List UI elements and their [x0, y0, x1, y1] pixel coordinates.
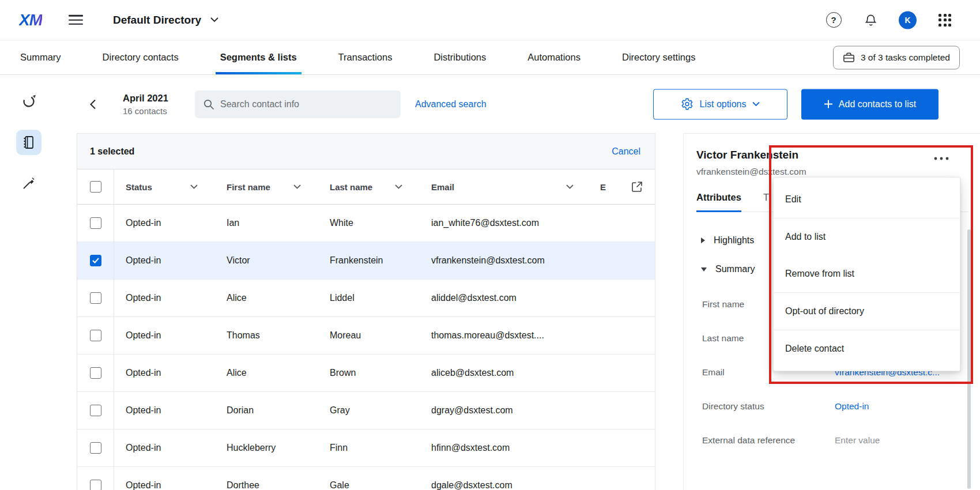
field-directory-status: Directory status Opted-in	[702, 389, 980, 423]
hamburger-menu-icon[interactable]	[69, 12, 83, 28]
cell-last-name: Gray	[318, 392, 420, 429]
menu-item-delete-contact[interactable]: Delete contact	[774, 330, 960, 367]
back-button[interactable]	[86, 96, 99, 112]
cell-last-name: Finn	[318, 429, 420, 466]
select-all-checkbox[interactable]	[90, 181, 101, 193]
column-header-external[interactable]: E	[591, 169, 619, 204]
cell-first-name: Alice	[215, 280, 318, 316]
advanced-search-link[interactable]: Advanced search	[415, 99, 487, 110]
chevron-down-icon	[210, 17, 218, 22]
table-row[interactable]: Opted-in Alice Liddel aliddel@dsxtest.co…	[77, 280, 655, 317]
column-header-email[interactable]: Email	[420, 169, 591, 204]
tab-distributions[interactable]: Distributions	[434, 40, 486, 74]
cell-status: Opted-in	[114, 467, 215, 490]
cell-last-name: Liddel	[318, 280, 420, 316]
contact-count: 16 contacts	[123, 106, 168, 116]
row-checkbox[interactable]	[90, 442, 101, 454]
sidebar-item-contacts[interactable]	[16, 130, 42, 155]
cell-status: Opted-in	[114, 429, 215, 466]
tab-directory-contacts[interactable]: Directory contacts	[103, 40, 179, 74]
cell-first-name: Ian	[215, 205, 318, 242]
summary-label: Summary	[715, 264, 755, 274]
table-row[interactable]: Opted-in Huckleberry Finn hfinn@dsxtest.…	[77, 429, 655, 467]
column-header-status[interactable]: Status	[114, 169, 215, 204]
highlights-label: Highlights	[714, 235, 754, 246]
column-header-last-name[interactable]: Last name	[318, 169, 420, 204]
cell-last-name: White	[318, 205, 420, 242]
cancel-selection-link[interactable]: Cancel	[612, 146, 640, 157]
cell-email: ian_white76@dsxtest.com	[420, 205, 591, 242]
tasks-completed-label: 3 of 3 tasks completed	[861, 52, 950, 63]
chevron-down-icon	[190, 184, 198, 189]
contact-actions-button[interactable]	[930, 153, 952, 164]
row-checkbox[interactable]	[90, 330, 101, 341]
list-options-button[interactable]: List options	[653, 89, 787, 119]
tab-directory-settings[interactable]: Directory settings	[622, 40, 695, 74]
contact-search[interactable]	[195, 91, 401, 118]
cell-first-name: Huckleberry	[215, 429, 318, 466]
table-row[interactable]: Opted-in Dorian Gray dgray@dsxtest.com	[77, 392, 655, 429]
cell-status: Opted-in	[114, 355, 215, 391]
search-input[interactable]	[220, 99, 393, 110]
panel-scrollbar[interactable]	[967, 229, 971, 489]
notifications-button[interactable]	[862, 12, 879, 29]
tab-summary[interactable]: Summary	[20, 40, 61, 74]
selection-bar: 1 selected Cancel	[77, 134, 655, 169]
chevron-down-icon	[566, 184, 574, 189]
tab-segments-lists[interactable]: Segments & lists	[220, 40, 297, 74]
cell-email: dgale@dsxtest.com	[420, 467, 591, 490]
chevron-down-icon	[701, 267, 707, 272]
row-checkbox[interactable]	[90, 367, 101, 379]
sidebar-item-tools[interactable]	[16, 171, 42, 196]
cell-email: vfrankenstein@dsxtest.com	[420, 242, 591, 279]
row-checkbox[interactable]	[90, 292, 101, 304]
chevron-left-icon	[90, 99, 96, 109]
tasks-completed-badge[interactable]: 3 of 3 tasks completed	[833, 46, 960, 69]
tab-automations[interactable]: Automations	[527, 40, 581, 74]
row-checkbox[interactable]	[90, 480, 101, 490]
table-row[interactable]: Opted-in Thomas Moreau thomas.moreau@dsx…	[77, 317, 655, 355]
column-header-first-name[interactable]: First name	[215, 169, 318, 204]
menu-item-remove-from-list[interactable]: Remove from list	[774, 255, 960, 292]
list-toolbar: April 2021 16 contacts Advanced search L…	[0, 75, 980, 133]
field-value[interactable]: Opted-in	[835, 401, 869, 412]
menu-item-edit[interactable]: Edit	[774, 181, 960, 218]
cell-first-name: Victor	[215, 242, 318, 279]
add-contacts-button[interactable]: Add contacts to list	[801, 89, 938, 119]
export-button[interactable]	[619, 169, 655, 204]
row-checkbox[interactable]	[90, 217, 101, 229]
tab-attributes[interactable]: Attributes	[696, 192, 741, 212]
cell-first-name: Thomas	[215, 317, 318, 354]
cell-email: aliddel@dsxtest.com	[420, 280, 591, 316]
table-row[interactable]: Opted-in Alice Brown aliceb@dsxtest.com	[77, 355, 655, 392]
directory-selector[interactable]: Default Directory	[113, 14, 218, 27]
menu-item-opt-out[interactable]: Opt-out of directory	[774, 293, 960, 330]
row-checkbox-checked[interactable]	[90, 255, 101, 266]
user-avatar[interactable]: K	[899, 11, 917, 29]
export-icon	[631, 180, 643, 193]
contact-list-icon	[21, 135, 36, 150]
chevron-down-icon	[752, 102, 760, 107]
wand-icon	[21, 176, 36, 191]
table-row[interactable]: Opted-in Dorthee Gale dgale@dsxtest.com	[77, 467, 655, 490]
add-contacts-label: Add contacts to list	[839, 99, 916, 110]
tab-transactions[interactable]: Transactions	[338, 40, 393, 74]
tab-touchpoints[interactable]: T	[763, 192, 769, 212]
app-switcher-icon[interactable]	[938, 14, 951, 27]
briefcase-icon	[843, 52, 855, 63]
table-row-selected[interactable]: Opted-in Victor Frankenstein vfrankenste…	[77, 242, 655, 280]
chevron-down-icon	[395, 184, 402, 189]
cell-status: Opted-in	[114, 317, 215, 354]
table-row[interactable]: Opted-in Ian White ian_white76@dsxtest.c…	[77, 205, 655, 242]
sidebar-item-segments[interactable]	[16, 89, 42, 114]
help-button[interactable]: ?	[825, 12, 842, 29]
list-options-label: List options	[700, 99, 747, 110]
list-name: April 2021	[123, 93, 168, 104]
bell-icon	[864, 13, 877, 27]
table-header-row: Status First name Last name Email E	[77, 169, 655, 205]
row-checkbox[interactable]	[90, 405, 101, 416]
topbar: XM Default Directory ? K	[0, 0, 980, 40]
field-value-placeholder[interactable]: Enter value	[835, 435, 880, 446]
menu-item-add-to-list[interactable]: Add to list	[774, 218, 960, 255]
contact-email: vfrankenstein@dsxtest.com	[696, 167, 962, 177]
